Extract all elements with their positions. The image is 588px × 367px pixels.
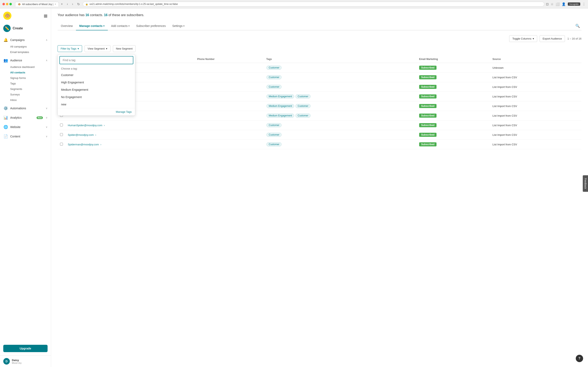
- minimize-light[interactable]: [6, 3, 8, 5]
- tag-option-customer[interactable]: Customer: [58, 71, 135, 79]
- table-row: Medium Engagement Customer Subscribed Li…: [58, 101, 581, 111]
- help-button[interactable]: ?: [576, 355, 583, 362]
- sidebar-sub-item-audience-dashboard[interactable]: Audience dashboard: [0, 64, 51, 70]
- tab-manage-contacts[interactable]: Manage contacts ▾: [76, 22, 108, 30]
- tag-medium-engagement[interactable]: Medium Engagement: [267, 104, 294, 108]
- tag-search-input[interactable]: [60, 56, 133, 64]
- sidebar-item-automations-label: Automations: [10, 107, 44, 110]
- tag-customer[interactable]: Customer: [295, 104, 311, 108]
- row-phone: [195, 82, 264, 92]
- profile-icon[interactable]: 👤: [562, 2, 566, 6]
- tab-subscriber-preferences[interactable]: Subscriber preferences: [133, 22, 169, 30]
- sidebar-sub-item-inbox[interactable]: Inbox: [0, 97, 51, 103]
- row-marketing: Subscribed: [417, 111, 490, 120]
- sidebar-sub-item-all-contacts[interactable]: All contacts: [0, 70, 51, 75]
- upgrade-button[interactable]: Upgrade: [3, 345, 48, 352]
- toggle-columns-button[interactable]: Toggle Columns ▾: [509, 35, 537, 42]
- sidebar-item-audience[interactable]: 👥 Audience ∧: [0, 57, 51, 64]
- sidebar-item-website[interactable]: 🌐 Website ∨: [0, 123, 51, 131]
- tag-option-new[interactable]: new: [58, 101, 135, 108]
- row-phone: [195, 140, 264, 149]
- address-bar[interactable]: 🔒 us21.admin.mailchimp.com/lists/members…: [83, 2, 544, 7]
- tag-option-high-engagement[interactable]: High Engagement: [58, 79, 135, 86]
- row-email[interactable]: HumanSpider@moodjoy.com ›: [65, 120, 195, 130]
- sidebar-sub-item-signup-forms[interactable]: Signup forms: [0, 75, 51, 81]
- mailchimp-logo[interactable]: 🐵: [3, 12, 11, 20]
- export-audience-button[interactable]: Export Audience: [540, 35, 565, 42]
- url-text: us21.admin.mailchimp.com/lists/members/#…: [89, 3, 178, 6]
- tag-customer[interactable]: Customer: [267, 66, 282, 70]
- row-arrow-icon: ›: [104, 124, 105, 127]
- sidebar-sub-item-tags[interactable]: Tags: [0, 81, 51, 86]
- refresh-button[interactable]: ↻: [76, 2, 81, 7]
- sidebar-item-automations[interactable]: ⚙️ Automations ∨: [0, 104, 51, 112]
- new-segment-button[interactable]: New Segment: [113, 45, 136, 52]
- row-marketing: Subscribed: [417, 120, 490, 130]
- sidebar-sub-item-surveys[interactable]: Surveys: [0, 92, 51, 97]
- menu-icon[interactable]: ⋮: [582, 2, 586, 6]
- panel-toggle-button[interactable]: ▦: [44, 13, 48, 18]
- back-button[interactable]: ‹: [66, 2, 69, 6]
- table-row: Spiderman@moodjoy.com › Customer Subscri…: [58, 140, 581, 149]
- view-segment-button[interactable]: View Segment ▾: [85, 45, 111, 52]
- extension-icon[interactable]: ⬜: [555, 2, 560, 6]
- col-phone: Phone Number: [195, 55, 264, 63]
- table-row: Customer Subscribed List Import from CSV: [58, 73, 581, 82]
- sidebar-sub-item-all-campaigns[interactable]: All campaigns: [0, 44, 51, 49]
- tag-medium-engagement[interactable]: Medium Engagement: [267, 94, 294, 99]
- row-phone: [195, 73, 264, 82]
- toolbar: Toggle Columns ▾ Export Audience 1 – 16 …: [51, 35, 588, 45]
- tag-customer[interactable]: Customer: [267, 133, 282, 137]
- cast-icon[interactable]: ⊡: [546, 2, 549, 6]
- tab-overview[interactable]: Overview: [58, 22, 76, 30]
- row-tags: Customer: [264, 73, 417, 82]
- contacts-table: Email Address Phone Number Tags Email Ma…: [58, 55, 581, 149]
- tag-customer[interactable]: Customer: [267, 123, 282, 127]
- automations-icon: ⚙️: [3, 106, 8, 110]
- search-button[interactable]: 🔍: [574, 22, 581, 30]
- tab-add-contacts[interactable]: Add contacts ▾: [108, 22, 133, 30]
- sidebar-sub-item-email-templates[interactable]: Email templates: [0, 49, 51, 55]
- manage-tags-link[interactable]: Manage Tags: [58, 108, 135, 115]
- tag-customer[interactable]: Customer: [267, 142, 282, 146]
- star-icon[interactable]: ☆: [551, 2, 553, 6]
- chevron-up-icon: ∧: [46, 39, 48, 42]
- row-select-checkbox[interactable]: [60, 133, 63, 136]
- row-email[interactable]: Spider@moodjoy.com ›: [65, 130, 195, 140]
- create-button[interactable]: ✏️ Create: [3, 25, 48, 32]
- tag-customer[interactable]: Customer: [267, 85, 282, 89]
- chevron-down-icon-analytics: ∨: [46, 116, 48, 119]
- tab-close-icon[interactable]: ✕: [54, 3, 56, 5]
- maximize-light[interactable]: [9, 3, 12, 5]
- sidebar-section-website: 🌐 Website ∨: [0, 122, 51, 132]
- row-source: List Import from CSV: [490, 120, 581, 130]
- tag-option-no-engagement[interactable]: No Engagement: [58, 93, 135, 101]
- new-tab-button[interactable]: +: [60, 2, 64, 6]
- tag-medium-engagement[interactable]: Medium Engagement: [267, 114, 294, 118]
- tag-customer[interactable]: Customer: [295, 94, 311, 99]
- table-row: Medium Engagement Customer Subscribed Li…: [58, 92, 581, 101]
- active-tab[interactable]: 🐵 All subscribers of Mood Joy | ✕: [15, 2, 59, 7]
- tab-settings[interactable]: Settings ▾: [169, 22, 188, 30]
- choose-tag-label: Choose a tag:: [58, 66, 135, 71]
- table-row: Customer Subscribed Unknown: [58, 63, 581, 73]
- close-light[interactable]: [2, 3, 5, 5]
- row-select-checkbox[interactable]: [60, 143, 63, 146]
- tag-customer[interactable]: Customer: [267, 75, 282, 79]
- sidebar-item-campaigns[interactable]: 🔔 Campaigns ∧: [0, 36, 51, 44]
- browser-actions: ⊡ ☆ ⬜ 👤 Incognito ⋮: [546, 2, 586, 6]
- incognito-badge: Incognito: [568, 2, 580, 6]
- sidebar-item-analytics[interactable]: 📊 Analytics New ∨: [0, 114, 51, 122]
- filter-by-tags-button[interactable]: Filter by Tags ▾: [58, 45, 82, 52]
- tag-customer[interactable]: Customer: [295, 114, 311, 118]
- tab-add-contacts-label: Add contacts: [111, 24, 128, 27]
- sidebar-item-content[interactable]: 📄 Content ∨: [0, 133, 51, 140]
- sidebar-sub-item-segments[interactable]: Segments: [0, 86, 51, 92]
- tag-option-medium-engagement[interactable]: Medium Engagement: [58, 86, 135, 93]
- feedback-tab[interactable]: Feedback: [583, 175, 588, 192]
- forward-button[interactable]: ›: [71, 2, 74, 6]
- subscribed-badge: Subscribed: [419, 123, 437, 127]
- tab-bar: 🐵 All subscribers of Mood Joy | ✕ +: [15, 2, 64, 7]
- row-select-checkbox[interactable]: [60, 124, 63, 126]
- row-email[interactable]: Spiderman@moodjoy.com ›: [65, 140, 195, 149]
